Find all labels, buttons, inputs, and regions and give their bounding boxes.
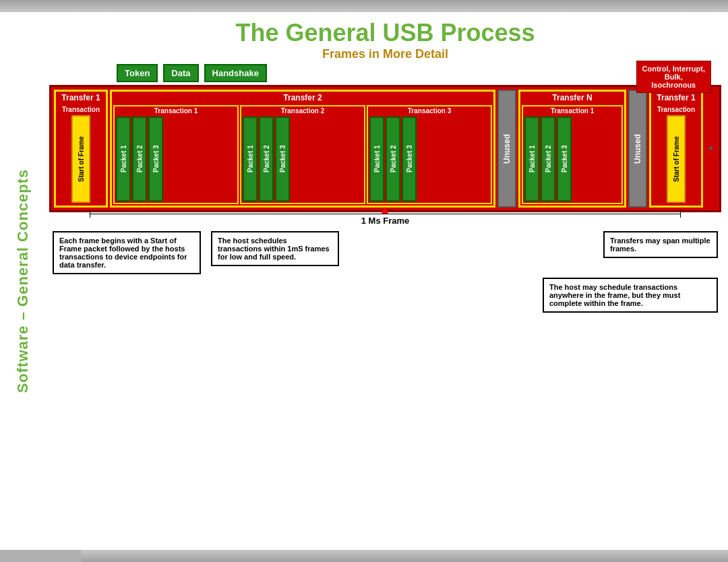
t2-t1-p1: Packet 1 (116, 117, 131, 201)
t2-t3-p1: Packet 1 (369, 117, 384, 201)
transfer1-left-header: Transfer 1 (56, 92, 106, 104)
t2-t2-p2: Packet 2 (259, 117, 274, 201)
labels-row: Token Data Handshake (117, 64, 721, 82)
annotation-3: Transfers may span multiple frames. (603, 231, 718, 258)
transaction-label-r: Transaction (655, 105, 697, 114)
transfer1-right-inner: Transaction Start of Frame (651, 104, 701, 206)
control-box: Control, Interrupt,Bulk,Isochronous (636, 61, 712, 93)
handshake-label: Handshake (204, 64, 267, 82)
t2-t3-p2: Packet 2 (386, 117, 400, 201)
transaction3-header: Transaction 3 (368, 106, 491, 115)
transactionN1-packets: Packet 1 Packet 2 Packet 3 (523, 115, 621, 203)
transaction-label: Transaction (60, 105, 102, 114)
transfer1-right-header: Transfer 1 (651, 92, 701, 104)
sidebar: Software – General Concepts (0, 12, 46, 550)
transfer1-left-inner: Transaction Start of Frame (56, 104, 106, 206)
continuation: • (705, 90, 717, 208)
transferN-inner: Transaction 1 Packet 1 Packet 2 Packet 3 (520, 104, 624, 206)
transfer2-inner: Transaction 1 Packet 1 Packet 2 Packet 3… (112, 104, 493, 206)
unused-block-1: Unused (497, 90, 516, 208)
tN-t1-p2: Packet 2 (541, 117, 555, 201)
transferN-header: Transfer N (520, 92, 624, 104)
t2-t1-p3: Packet 3 (148, 117, 163, 201)
annotation-4-text: The host may schedule transactions anywh… (549, 283, 680, 307)
transactionN-1: Transaction 1 Packet 1 Packet 2 Packet 3 (522, 105, 623, 204)
transaction-3: Transaction 3 Packet 1 Packet 2 Packet 3 (367, 105, 492, 204)
transaction-2: Transaction 2 Packet 1 Packet 2 Packet 3 (240, 105, 365, 204)
transactionN1-header: Transaction 1 (523, 106, 621, 115)
token-label: Token (117, 64, 158, 82)
main-content: The General USB Process Frames in More D… (46, 12, 728, 550)
start-of-frame-2: Start of Frame (667, 115, 686, 203)
control-box-text: Control, Interrupt,Bulk,Isochronous (642, 65, 706, 89)
start-of-frame-1: Start of Frame (71, 115, 90, 203)
transfer-block-n: Transfer N Transaction 1 Packet 1 Packet… (518, 90, 626, 208)
transfer-block-1: Transfer 1 Transaction Start of Frame (54, 90, 108, 208)
annotation-3-text: Transfers may span multiple frames. (610, 237, 710, 253)
frame-area: Transfer 1 Transaction Start of Frame Tr… (49, 85, 721, 212)
sub-title: Frames in More Detail (49, 47, 721, 61)
title-section: The General USB Process Frames in More D… (49, 19, 721, 61)
main-title: The General USB Process (49, 19, 721, 47)
tN-t1-p1: Packet 1 (524, 117, 539, 201)
t2-t1-p2: Packet 2 (132, 117, 147, 201)
slide-container: Software – General Concepts The General … (0, 12, 728, 550)
ellipsis: • (708, 141, 713, 156)
t2-t2-p1: Packet 1 (243, 117, 257, 201)
transfer2-header: Transfer 2 (112, 92, 493, 104)
transfer-block-1r: Transfer 1 Transaction Start of Frame (649, 90, 703, 208)
transaction2-header: Transaction 2 (241, 106, 364, 115)
annotation-2-text: The host schedules transactions within 1… (218, 237, 330, 261)
transaction1-packets: Packet 1 Packet 2 Packet 3 (115, 115, 237, 203)
data-label: Data (163, 64, 198, 82)
annotations-row: Each frame begins with a Start of Frame … (49, 231, 721, 274)
annotation-2: The host schedules transactions within 1… (211, 231, 339, 266)
bottom-bar (0, 550, 728, 562)
annotation-1: Each frame begins with a Start of Frame … (53, 231, 201, 274)
frame-line-label: 1 Ms Frame (361, 216, 410, 226)
annotation-1-text: Each frame begins with a Start of Frame … (59, 237, 187, 269)
transaction2-packets: Packet 1 Packet 2 Packet 3 (241, 115, 364, 203)
tN-t1-p3: Packet 3 (557, 117, 572, 201)
top-bar (0, 0, 728, 12)
transaction1-header: Transaction 1 (115, 106, 237, 115)
annotation-4: The host may schedule transactions anywh… (543, 278, 718, 313)
annotation-4-row: The host may schedule transactions anywh… (49, 278, 721, 313)
transfer-block-2: Transfer 2 Transaction 1 Packet 1 Packet… (110, 90, 495, 208)
sidebar-label: Software – General Concepts (14, 169, 32, 394)
transaction3-packets: Packet 1 Packet 2 Packet 3 (368, 115, 491, 203)
unused-block-2: Unused (628, 90, 647, 208)
transaction-1: Transaction 1 Packet 1 Packet 2 Packet 3 (113, 105, 239, 204)
frame-line-container: 1 Ms Frame (49, 214, 721, 226)
t2-t2-p3: Packet 3 (275, 117, 290, 201)
frame-arrow-up (382, 207, 388, 214)
frame-line (90, 214, 681, 214)
t2-t3-p3: Packet 3 (402, 117, 417, 201)
